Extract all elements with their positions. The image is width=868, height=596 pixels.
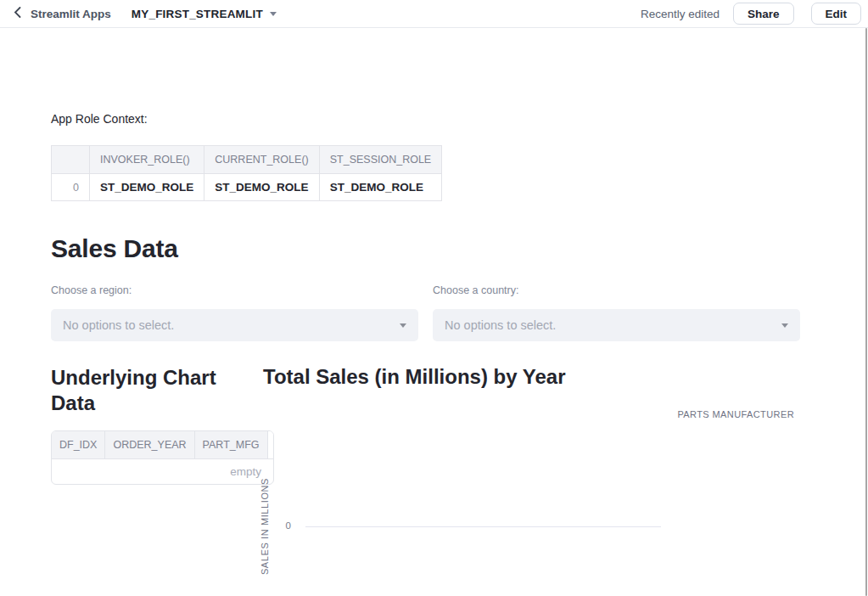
filters-row: Choose a region: No options to select. C…	[51, 284, 800, 341]
table-header-row: DF_IDX ORDER_YEAR PART_MFG	[52, 431, 273, 459]
cell-st-session-role: ST_DEMO_ROLE	[319, 174, 442, 201]
breadcrumb-streamlit-apps[interactable]: Streamlit Apps	[31, 8, 111, 20]
table-header-row: INVOKER_ROLE() CURRENT_ROLE() ST_SESSION…	[52, 146, 442, 174]
country-select-value: No options to select.	[445, 318, 556, 332]
column-header-current-role: CURRENT_ROLE()	[204, 146, 319, 174]
cell-invoker-role: ST_DEMO_ROLE	[90, 174, 204, 201]
column-header-order-year: ORDER_YEAR	[105, 431, 194, 459]
scrollbar-thumb[interactable]	[865, 28, 867, 596]
index-column-header	[52, 146, 90, 174]
chevron-left-icon	[14, 6, 21, 21]
column-header-invoker-role: INVOKER_ROLE()	[90, 146, 204, 174]
empty-table-placeholder: empty	[52, 459, 273, 485]
top-header: Streamlit Apps MY_FIRST_STREAMLIT Recent…	[0, 0, 868, 28]
dropdown-caret-icon	[781, 323, 788, 328]
underlying-chart-data-heading: Underlying Chart Data	[51, 365, 263, 416]
scrollbar-track	[863, 28, 868, 596]
column-header-part-mfg: PART_MFG	[194, 431, 267, 459]
edit-button[interactable]: Edit	[811, 3, 862, 25]
region-select-label: Choose a region:	[51, 284, 418, 296]
table-row: 0 ST_DEMO_ROLE ST_DEMO_ROLE ST_DEMO_ROLE	[52, 174, 442, 201]
role-context-table: INVOKER_ROLE() CURRENT_ROLE() ST_SESSION…	[51, 145, 442, 201]
dropdown-caret-icon	[400, 323, 406, 328]
region-select-group: Choose a region: No options to select.	[51, 284, 418, 341]
country-select-group: Choose a country: No options to select.	[433, 284, 800, 341]
chart-axis-line	[305, 526, 661, 527]
country-select-label: Choose a country:	[433, 284, 800, 296]
column-header-df-idx: DF_IDX	[52, 431, 105, 459]
header-spacer	[267, 431, 273, 459]
share-button[interactable]: Share	[733, 3, 794, 25]
header-actions: Recently edited Share Edit	[641, 3, 861, 25]
chart-legend-title: PARTS MANUFACTURER	[677, 409, 794, 419]
app-name-dropdown[interactable]: MY_FIRST_STREAMLIT	[132, 8, 277, 20]
chevron-down-icon	[270, 12, 277, 16]
chart-y-axis-title: SALES IN MILLIONS	[260, 478, 270, 575]
chart-title: Total Sales (in Millions) by Year	[263, 365, 566, 389]
chart-y-tick-zero: 0	[272, 520, 291, 531]
column-header-st-session-role: ST_SESSION_ROLE	[319, 146, 442, 174]
underlying-data-table: DF_IDX ORDER_YEAR PART_MFG empty	[51, 430, 274, 485]
cell-current-role: ST_DEMO_ROLE	[204, 174, 319, 201]
table-row: empty	[52, 459, 273, 485]
region-select-value: No options to select.	[63, 318, 174, 332]
status-text: Recently edited	[641, 8, 720, 20]
role-context-label: App Role Context:	[51, 112, 148, 126]
bottom-section: Underlying Chart Data Total Sales (in Mi…	[51, 365, 800, 596]
sales-data-heading: Sales Data	[51, 234, 178, 263]
region-select[interactable]: No options to select.	[51, 309, 418, 341]
country-select[interactable]: No options to select.	[433, 309, 800, 341]
back-button[interactable]	[10, 5, 24, 22]
page-title: MY_FIRST_STREAMLIT	[132, 8, 263, 20]
row-index: 0	[52, 174, 90, 201]
